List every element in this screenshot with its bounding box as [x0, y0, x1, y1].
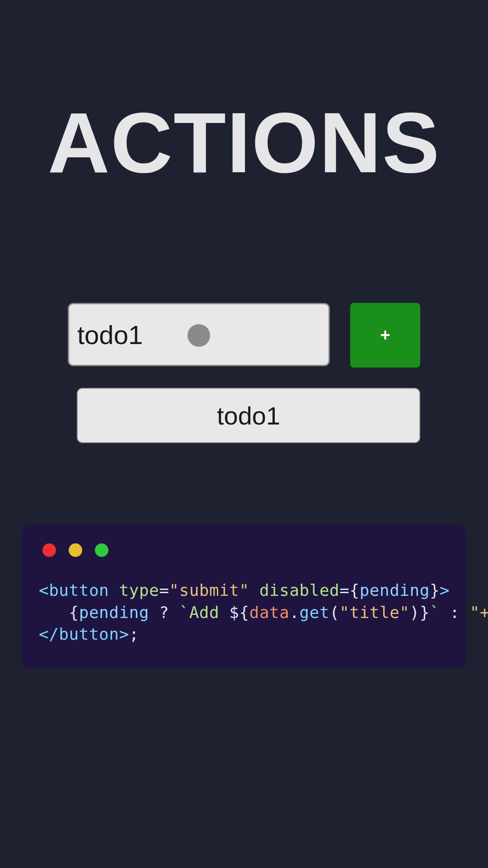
- code-token: type: [119, 581, 159, 599]
- code-token: (: [329, 603, 339, 622]
- code-token: button: [49, 581, 109, 599]
- traffic-light-green-icon: [95, 543, 108, 557]
- code-token: pending: [360, 581, 430, 599]
- code-token: {: [349, 581, 359, 599]
- code-token: button: [59, 625, 119, 643]
- todo-input[interactable]: [68, 303, 330, 366]
- code-token: >: [119, 625, 129, 643]
- code-token: data: [249, 603, 290, 622]
- code-token: `: [430, 603, 440, 622]
- app-container: ACTIONS + todo1 <button type="submit" di…: [0, 99, 488, 868]
- code-token: }: [420, 603, 430, 622]
- plus-icon: +: [380, 326, 390, 345]
- code-token: >: [440, 581, 450, 599]
- code-token: "submit": [169, 581, 249, 599]
- code-token: "title": [339, 603, 409, 622]
- code-token: }: [430, 581, 440, 599]
- todo-item-label: todo1: [217, 401, 280, 430]
- code-token: get: [300, 603, 330, 622]
- code-window: <button type="submit" disabled={pending}…: [22, 524, 466, 668]
- todo-item[interactable]: todo1: [77, 388, 420, 443]
- code-block: <button type="submit" disabled={pending}…: [39, 580, 449, 646]
- code-token: =: [339, 581, 349, 599]
- code-token: "+": [470, 603, 488, 622]
- code-token: <: [39, 581, 49, 599]
- code-token: ${: [229, 603, 249, 622]
- traffic-lights: [39, 543, 449, 557]
- code-token: Add: [189, 603, 230, 622]
- add-button[interactable]: +: [350, 303, 420, 368]
- code-token: ): [410, 603, 420, 622]
- code-token: =: [159, 581, 169, 599]
- code-token: ;: [129, 625, 139, 643]
- todo-form: +: [18, 303, 470, 368]
- traffic-light-yellow-icon: [69, 543, 82, 557]
- input-wrapper: [68, 303, 330, 368]
- traffic-light-red-icon: [42, 543, 56, 557]
- code-token: disabled: [259, 581, 339, 599]
- code-token: `: [179, 603, 189, 622]
- code-token: :: [440, 603, 470, 622]
- code-token: {: [69, 603, 79, 622]
- code-token: ?: [149, 603, 179, 622]
- code-token: [39, 603, 69, 622]
- code-token: </: [39, 625, 59, 643]
- page-title: ACTIONS: [18, 99, 470, 185]
- code-token: .: [289, 603, 299, 622]
- code-token: pending: [79, 603, 149, 622]
